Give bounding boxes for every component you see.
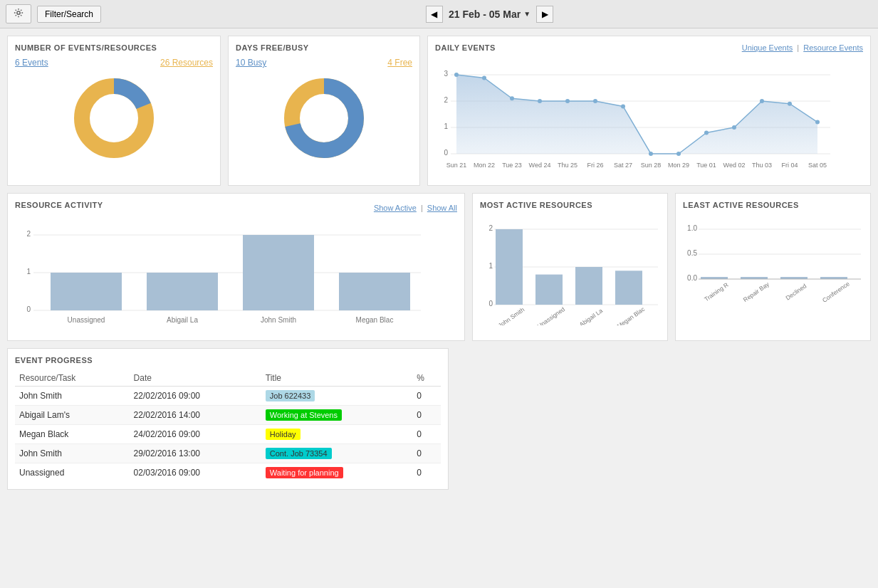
svg-point-25 [704,130,709,135]
resource-activity-header: RESOURCE ACTIVITY Show Active | Show All [15,201,457,215]
svg-text:Megan Blac: Megan Blac [616,305,647,325]
svg-text:1: 1 [26,268,31,275]
svg-rect-77 [820,277,847,279]
svg-point-3 [94,98,134,138]
svg-text:Abigail La: Abigail La [578,307,605,325]
settings-button[interactable] [6,4,31,23]
middle-row: RESOURCE ACTIVITY Show Active | Show All… [7,193,871,341]
bar-john [243,235,314,310]
svg-marker-15 [456,75,817,154]
resource-activity-chart: 2 1 0 [15,221,457,333]
date-dropdown-arrow: ▼ [523,10,531,18]
next-date-button[interactable]: ▶ [536,6,553,23]
cell-resource: Abigail Lam's [15,406,130,425]
prev-date-button[interactable]: ◀ [426,6,443,23]
svg-text:Abigail La: Abigail La [167,316,198,324]
date-range-display[interactable]: 21 Feb - 05 Mar ▼ [449,9,531,20]
svg-text:Megan Blac: Megan Blac [356,316,394,324]
events-resources-panel: NUMBER OF EVENTS/RESOURCES 6 Events 26 R… [7,36,221,186]
svg-text:Mon 29: Mon 29 [668,162,689,169]
most-active-panel: MOST ACTIVE RESOURCES 2 1 0 [472,193,668,341]
bar-unassigned [51,273,122,310]
svg-text:Mon 22: Mon 22 [474,162,495,169]
svg-text:1.0: 1.0 [687,224,697,232]
svg-text:0: 0 [488,300,493,308]
cell-title: Holiday [261,425,412,444]
cell-resource: Megan Black [15,425,130,444]
days-free-busy-panel: DAYS FREE/BUSY 10 Busy 4 Free [228,36,420,186]
svg-point-28 [788,102,792,106]
resource-events-link[interactable]: Resource Events [803,43,863,52]
svg-point-17 [482,75,486,80]
cell-percent: 0 [412,425,441,444]
resource-activity-panel: RESOURCE ACTIVITY Show Active | Show All… [7,193,465,341]
show-active-link[interactable]: Show Active [374,204,417,212]
table-row: Unassigned02/03/2016 09:00Waiting for pl… [15,463,441,483]
least-active-panel: LEAST ACTIVE RESOURCES 1.0 0.5 0.0 [675,193,871,341]
cell-date: 22/02/2016 14:00 [130,406,261,425]
main-content: NUMBER OF EVENTS/RESOURCES 6 Events 26 R… [0,28,878,497]
event-progress-panel: EVENT PROGRESS Resource/Task Date Title … [7,348,449,490]
event-tag: Holiday [266,429,300,440]
svg-point-23 [649,152,653,156]
unique-events-link[interactable]: Unique Events [742,43,793,52]
most-active-chart: 2 1 0 John Smith [480,215,660,327]
busy-count-link[interactable]: 10 Busy [236,58,266,68]
svg-point-16 [454,73,459,77]
cell-percent: 0 [412,406,441,425]
svg-text:Sun 28: Sun 28 [641,162,662,169]
events-count-link[interactable]: 6 Events [15,58,48,68]
svg-rect-60 [496,229,523,305]
free-count-link[interactable]: 4 Free [387,58,412,68]
resources-count-link[interactable]: 26 Resources [160,58,213,68]
svg-text:Tue 23: Tue 23 [502,162,522,169]
svg-text:Repair Bay: Repair Bay [742,280,771,304]
resource-activity-title: RESOURCE ACTIVITY [15,201,103,209]
svg-text:1: 1 [488,262,493,270]
cell-percent: 0 [412,444,441,463]
filter-search-button[interactable]: Filter/Search [37,6,101,23]
svg-text:Thu 25: Thu 25 [558,162,578,169]
cell-date: 02/03/2016 09:00 [130,463,261,483]
svg-text:1: 1 [444,122,448,130]
show-all-link[interactable]: Show All [427,204,457,212]
cell-title: Cont. Job 73354 [261,444,412,463]
resource-activity-links: Show Active | Show All [374,204,457,212]
cell-date: 29/02/2016 13:00 [130,444,261,463]
svg-text:0: 0 [444,149,448,157]
svg-text:0.0: 0.0 [687,274,697,282]
col-date: Date [130,370,261,387]
cell-title: Working at Stevens [261,406,412,425]
daily-events-links: Unique Events | Resource Events [742,43,863,52]
cell-title: Job 622433 [261,387,412,406]
svg-point-6 [304,98,344,138]
cell-date: 22/02/2016 09:00 [130,387,261,406]
svg-text:2: 2 [488,224,493,232]
table-header-row: Resource/Task Date Title % [15,370,441,387]
svg-text:Thu 03: Thu 03 [752,162,772,169]
svg-point-19 [538,99,542,103]
svg-text:John Smith: John Smith [261,316,296,324]
cell-percent: 0 [412,387,441,406]
daily-events-header: DAILY EVENTS Unique Events | Resource Ev… [435,43,863,58]
days-donut-chart [236,72,412,164]
cell-percent: 0 [412,463,441,483]
table-row: Megan Black24/02/2016 09:00Holiday0 [15,425,441,444]
bottom-row: EVENT PROGRESS Resource/Task Date Title … [7,348,871,490]
svg-text:0: 0 [26,305,31,313]
svg-rect-75 [741,277,768,279]
col-title: Title [261,370,412,387]
svg-point-20 [565,99,570,103]
date-range-text: 21 Feb - 05 Mar [449,9,521,20]
svg-text:Tue 01: Tue 01 [696,162,716,169]
svg-text:Wed 24: Wed 24 [529,162,551,169]
daily-events-chart: 3 2 1 0 [435,62,863,178]
date-navigation: ◀ 21 Feb - 05 Mar ▼ ▶ [426,6,553,23]
svg-text:Sat 05: Sat 05 [808,162,827,169]
svg-text:John Smith: John Smith [497,306,526,325]
top-row: NUMBER OF EVENTS/RESOURCES 6 Events 26 R… [7,36,871,186]
table-row: John Smith22/02/2016 09:00Job 6224330 [15,387,441,406]
table-row: John Smith29/02/2016 13:00Cont. Job 7335… [15,444,441,463]
cell-resource: John Smith [15,387,130,406]
events-resources-title: NUMBER OF EVENTS/RESOURCES [15,43,213,52]
